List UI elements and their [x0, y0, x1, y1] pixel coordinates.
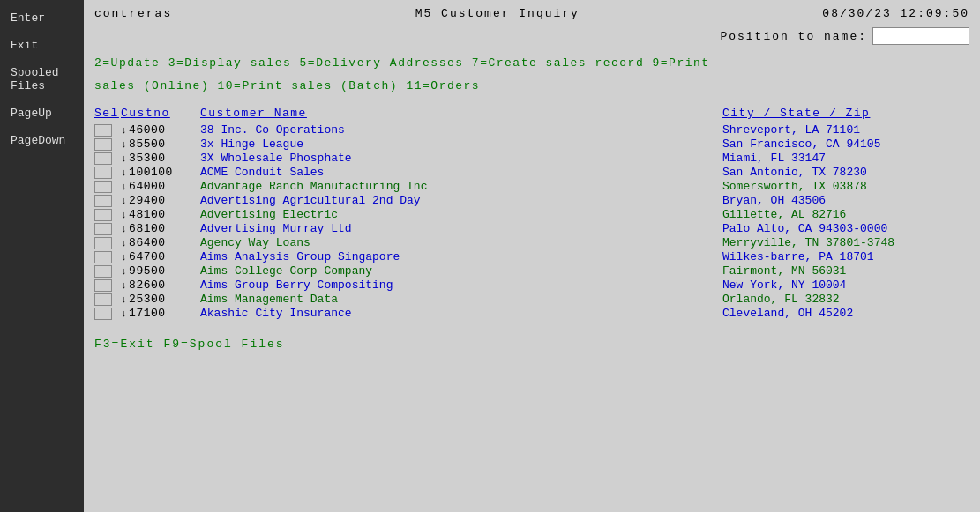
col-city: City / State / Zip [722, 107, 969, 120]
custno-cell: ↓100100 [121, 166, 200, 179]
custno-cell: ↓29400 [121, 194, 200, 207]
table-row: ↓855003x Hinge LeagueSan Francisco, CA 9… [94, 137, 969, 151]
custno-cell: ↓35300 [121, 152, 200, 165]
customer-name-cell[interactable]: Aims Management Data [200, 293, 722, 306]
city-cell: San Francisco, CA 94105 [722, 137, 969, 151]
sel-cell [94, 152, 121, 165]
table-row: ↓29400Advertising Agricultural 2nd DayBr… [94, 194, 969, 207]
custno-cell: ↓82600 [121, 278, 200, 292]
city-cell: Merryville, TN 37801-3748 [722, 236, 969, 249]
custno-cell: ↓86400 [121, 236, 200, 249]
arrow-icon: ↓ [121, 153, 127, 164]
sel-cell [94, 265, 121, 278]
table-row: ↓64000Advantage Ranch Manufacturing IncS… [94, 180, 969, 193]
custno-cell: ↓85500 [121, 137, 200, 151]
sel-input[interactable] [94, 152, 112, 165]
sidebar-btn-pageup[interactable]: PageUp [0, 100, 84, 127]
table-row: ↓86400Agency Way LoansMerryville, TN 378… [94, 236, 969, 249]
sel-cell [94, 167, 121, 179]
city-cell: Bryan, OH 43506 [722, 194, 969, 207]
table-row: ↓82600Aims Group Berry CompositingNew Yo… [94, 278, 969, 292]
city-cell: San Antonio, TX 78230 [722, 166, 969, 179]
sel-cell [94, 293, 121, 306]
custno-cell: ↓99500 [121, 264, 200, 278]
sel-cell [94, 223, 121, 235]
page-title: M5 Customer Inquiry [415, 7, 580, 20]
arrow-icon: ↓ [121, 182, 127, 192]
username: contreras [94, 7, 172, 20]
customer-name-cell[interactable]: ACME Conduit Sales [200, 166, 722, 179]
sel-cell [94, 138, 121, 151]
table-row: ↓100100ACME Conduit SalesSan Antonio, TX… [94, 166, 969, 179]
city-cell: Miami, FL 33147 [722, 152, 969, 165]
sel-input[interactable] [94, 138, 112, 151]
arrow-icon: ↓ [121, 294, 127, 305]
sel-input[interactable] [94, 251, 112, 263]
table-row: ↓64700Aims Analysis Group SingaporeWilke… [94, 250, 969, 263]
customer-name-cell[interactable]: Agency Way Loans [200, 236, 722, 249]
city-cell: Palo Alto, CA 94303-0000 [722, 222, 969, 235]
rows-container: ↓4600038 Inc. Co OperationsShreveport, L… [94, 123, 969, 320]
function-keys-line2: sales (Online) 10=Print sales (Batch) 11… [94, 77, 969, 96]
sel-cell [94, 237, 121, 249]
customer-name-cell[interactable]: Aims College Corp Company [200, 264, 722, 278]
sel-input[interactable] [94, 265, 112, 278]
sidebar-btn-enter[interactable]: Enter [0, 4, 84, 32]
customer-name-cell[interactable]: 3X Wholesale Phosphate [200, 152, 722, 165]
city-cell: Gillette, AL 82716 [722, 208, 969, 221]
sel-input[interactable] [94, 181, 112, 193]
arrow-icon: ↓ [121, 210, 127, 220]
position-label: Position to name: [720, 30, 867, 43]
function-keys-line1: 2=Update 3=Display sales 5=Delivery Addr… [94, 54, 969, 73]
customer-name-cell[interactable]: Aims Analysis Group Singapore [200, 250, 722, 263]
customer-name-cell[interactable]: 38 Inc. Co Operations [200, 123, 722, 137]
custno-cell: ↓46000 [121, 123, 200, 137]
sel-cell [94, 124, 121, 137]
sel-cell [94, 195, 121, 207]
sel-input[interactable] [94, 293, 112, 306]
customer-name-cell[interactable]: Advertising Agricultural 2nd Day [200, 194, 722, 207]
sel-input[interactable] [94, 237, 112, 249]
sel-input[interactable] [94, 167, 112, 179]
city-cell: Somersworth, TX 03878 [722, 180, 969, 193]
main-content: contreras M5 Customer Inquiry 08/30/23 1… [84, 0, 980, 512]
sel-input[interactable] [94, 195, 112, 207]
customer-name-cell[interactable]: Advertising Murray Ltd [200, 222, 722, 235]
col-sel: Sel [94, 107, 121, 120]
position-input[interactable] [872, 27, 969, 45]
sel-cell [94, 209, 121, 221]
customer-name-cell[interactable]: Akashic City Insurance [200, 307, 722, 320]
arrow-icon: ↓ [121, 238, 127, 249]
arrow-icon: ↓ [121, 280, 127, 291]
sel-input[interactable] [94, 308, 112, 320]
col-customer-name: Customer Name [200, 107, 722, 120]
sel-cell [94, 279, 121, 292]
sel-input[interactable] [94, 223, 112, 235]
sel-input[interactable] [94, 209, 112, 221]
col-custno: Custno [121, 107, 200, 120]
arrow-icon: ↓ [121, 167, 127, 178]
sidebar-btn-exit[interactable]: Exit [0, 32, 84, 59]
arrow-icon: ↓ [121, 139, 127, 150]
table-row: ↓4600038 Inc. Co OperationsShreveport, L… [94, 123, 969, 137]
table-row: ↓99500Aims College Corp CompanyFairmont,… [94, 264, 969, 278]
customer-name-cell[interactable]: Advertising Electric [200, 208, 722, 221]
sel-input[interactable] [94, 124, 112, 137]
arrow-icon: ↓ [121, 252, 127, 263]
sidebar-btn-spooled-files[interactable]: Spooled Files [0, 59, 84, 100]
customer-name-cell[interactable]: 3x Hinge League [200, 137, 722, 151]
custno-cell: ↓17100 [121, 307, 200, 320]
arrow-icon: ↓ [121, 224, 127, 234]
sel-cell [94, 251, 121, 263]
position-row: Position to name: [94, 27, 969, 45]
customer-name-cell[interactable]: Aims Group Berry Compositing [200, 278, 722, 292]
table-row: ↓48100Advertising ElectricGillette, AL 8… [94, 208, 969, 221]
datetime: 08/30/23 12:09:50 [822, 7, 969, 20]
sidebar: EnterExitSpooled FilesPageUpPageDown [0, 0, 84, 512]
sidebar-btn-pagedown[interactable]: PageDown [0, 127, 84, 154]
custno-cell: ↓48100 [121, 208, 200, 221]
sel-input[interactable] [94, 279, 112, 292]
city-cell: Cleveland, OH 45202 [722, 307, 969, 320]
arrow-icon: ↓ [121, 196, 127, 206]
customer-name-cell[interactable]: Advantage Ranch Manufacturing Inc [200, 180, 722, 193]
